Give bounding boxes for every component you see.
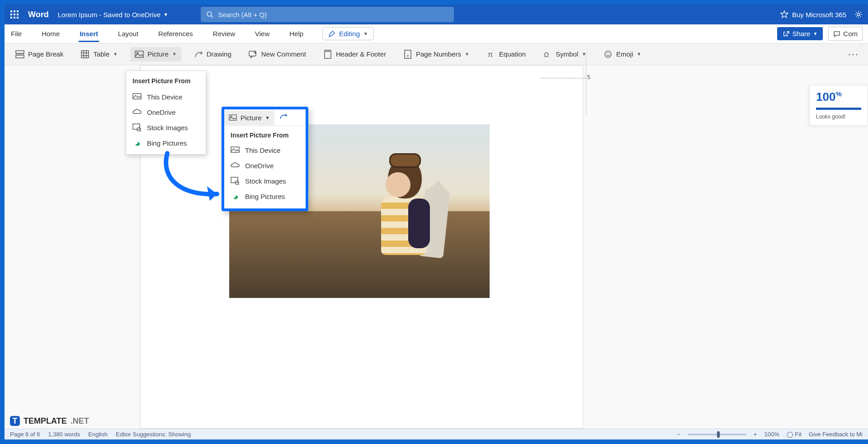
status-editor-suggestions[interactable]: Editor Suggestions: Showing (116, 431, 191, 438)
editor-score-bar (816, 108, 861, 110)
tab-file[interactable]: File (10, 25, 23, 42)
picture-label: Picture (147, 50, 169, 58)
buy-microsoft-365-button[interactable]: Buy Microsoft 365 (780, 10, 846, 19)
status-page[interactable]: Page 6 of 6 (10, 431, 40, 438)
symbol-icon: Ω (543, 50, 552, 59)
template-net-logo-icon: T (10, 416, 20, 426)
svg-point-32 (607, 53, 608, 54)
svg-rect-20 (135, 51, 143, 57)
onedrive-icon (132, 108, 142, 116)
status-language[interactable]: English (88, 431, 108, 438)
svg-rect-2 (17, 10, 19, 12)
chevron-down-icon: ▼ (813, 31, 817, 36)
emoji-label: Emoji (616, 50, 633, 58)
svg-rect-12 (16, 51, 24, 53)
device-icon (231, 146, 240, 154)
header-footer-icon (323, 50, 332, 59)
stock-images-icon (231, 177, 240, 185)
tab-references[interactable]: References (157, 25, 194, 42)
svg-rect-15 (81, 51, 89, 58)
tab-review[interactable]: Review (212, 25, 236, 42)
zoom-in-button[interactable]: + (754, 431, 757, 438)
popover-item-stock-images[interactable]: Stock Images (224, 173, 306, 189)
editor-score-panel[interactable]: 100% Looks good! (809, 85, 868, 126)
svg-rect-4 (14, 14, 15, 15)
title-bar: Word Lorem Ipsum - Saved to OneDrive ▼ S… (5, 5, 868, 24)
picture-icon (135, 50, 144, 59)
stock-images-icon (132, 123, 142, 132)
page-break-icon (15, 50, 24, 59)
svg-line-10 (211, 16, 213, 18)
svg-rect-41 (231, 177, 238, 183)
picture-popover-highlight: Picture ▼ Insert Picture From This Devic… (222, 107, 308, 211)
share-button[interactable]: Share ▼ (777, 27, 823, 40)
page-numbers-label: Page Numbers (416, 50, 461, 58)
symbol-button[interactable]: Ω Symbol ▼ (538, 47, 591, 61)
buy-365-label: Buy Microsoft 365 (792, 11, 846, 19)
popover-item-bing-pictures[interactable]: Bing Pictures (224, 189, 306, 204)
zoom-slider[interactable] (688, 434, 746, 435)
dropdown-item-bing-pictures[interactable]: Bing Pictures (126, 135, 206, 151)
vertical-ruler: 5 (586, 52, 594, 115)
document-title[interactable]: Lorem Ipsum - Saved to OneDrive ▼ (58, 11, 168, 19)
chevron-down-icon: ▼ (637, 52, 642, 57)
app-name: Word (28, 10, 49, 19)
drawing-label: Drawing (207, 50, 231, 58)
svg-line-37 (140, 131, 141, 132)
table-icon (80, 50, 90, 59)
popover-item-onedrive[interactable]: OneDrive (224, 158, 306, 173)
tab-view[interactable]: View (254, 25, 270, 42)
chevron-down-icon: ▼ (172, 52, 177, 57)
ribbon-overflow-button[interactable]: ··· (845, 48, 862, 60)
zoom-out-button[interactable]: − (677, 431, 680, 438)
table-label: Table (93, 50, 109, 58)
page-break-button[interactable]: Page Break (11, 47, 68, 61)
feedback-link[interactable]: Give Feedback to Mi (809, 431, 863, 438)
tab-layout[interactable]: Layout (117, 25, 139, 42)
insert-ribbon: Page Break Table ▼ Picture ▼ Drawing New… (5, 43, 868, 65)
popover-item-this-device[interactable]: This Device (224, 142, 306, 158)
drawing-button[interactable]: Drawing (189, 47, 236, 61)
picture-button[interactable]: Picture ▼ (130, 47, 181, 61)
app-launcher-icon[interactable] (8, 8, 21, 21)
template-net-watermark: T TEMPLATE.NET (10, 416, 89, 426)
svg-rect-5 (17, 14, 19, 15)
popover-picture-button[interactable]: Picture ▼ (224, 110, 274, 125)
popover-picture-label: Picture (241, 114, 262, 122)
new-comment-label: New Comment (261, 50, 306, 58)
dropdown-item-this-device[interactable]: This Device (126, 89, 206, 104)
emoji-button[interactable]: Emoji ▼ (599, 47, 646, 61)
fit-button[interactable]: ◯ Fit (787, 431, 802, 438)
tab-help[interactable]: Help (288, 25, 304, 42)
svg-point-11 (857, 13, 860, 16)
tab-home[interactable]: Home (41, 25, 61, 42)
settings-gear-icon[interactable] (853, 9, 864, 20)
document-page[interactable] (140, 65, 583, 429)
dropdown-item-onedrive[interactable]: OneDrive (126, 104, 206, 120)
tab-insert[interactable]: Insert (79, 25, 99, 42)
search-input[interactable]: Search (Alt + Q) (201, 7, 454, 22)
editing-mode-button[interactable]: Editing ▼ (322, 27, 374, 40)
svg-point-31 (605, 51, 611, 57)
svg-rect-3 (10, 14, 12, 15)
zoom-percent[interactable]: 100% (764, 431, 779, 438)
svg-rect-8 (17, 17, 19, 19)
header-footer-button[interactable]: Header & Footer (319, 47, 391, 61)
document-title-label: Lorem Ipsum - Saved to OneDrive (58, 11, 161, 19)
share-label: Share (792, 30, 810, 38)
svg-text:π: π (488, 51, 493, 58)
drawing-icon (194, 50, 203, 59)
popover-draw-button[interactable] (274, 109, 292, 126)
comments-button[interactable]: Com (828, 27, 863, 41)
dropdown-item-stock-images[interactable]: Stock Images (126, 120, 206, 135)
new-comment-button[interactable]: New Comment (244, 47, 311, 61)
svg-rect-0 (10, 10, 12, 12)
equation-button[interactable]: π Equation (482, 47, 530, 61)
svg-text:Ω: Ω (544, 51, 549, 58)
status-word-count[interactable]: 1,380 words (48, 431, 80, 438)
table-button[interactable]: Table ▼ (76, 47, 122, 61)
popover-header: Insert Picture From (224, 131, 306, 142)
page-numbers-button[interactable]: # Page Numbers ▼ (399, 47, 474, 61)
equation-icon: π (486, 50, 495, 59)
picture-dropdown: Insert Picture From This Device OneDrive… (126, 71, 206, 155)
